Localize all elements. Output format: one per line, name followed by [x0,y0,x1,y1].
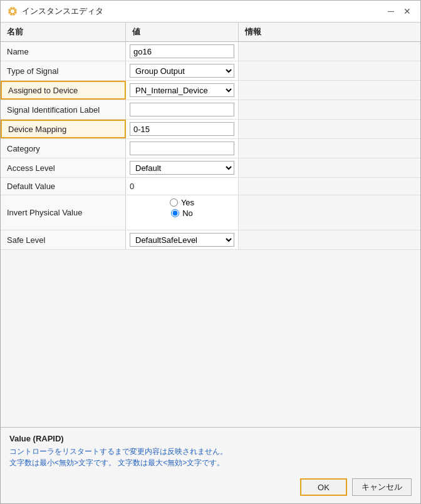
title-controls: ─ ✕ [384,4,414,18]
header-value: 値 [126,23,239,41]
value-assigned-to-device: PN_Internal_Device None [126,81,239,100]
info-assigned-to-device [239,81,420,100]
row-default-value: Default Value 0 [1,178,420,195]
row-assigned-to-device: Assigned to Device PN_Internal_Device No… [1,81,420,100]
table-body: Name Type of Signal Group Output Digital… [1,42,420,339]
content-area: 名前 値 情報 Name Type of Signal [1,23,420,503]
info-category [239,139,420,158]
row-device-mapping: Device Mapping [1,120,420,139]
header-name: 名前 [1,23,126,41]
bottom-text: コントローラをリスタートするまで変更内容は反映されません。 文字数は最小<無効>… [9,446,412,468]
title-bar-left: インスタンスエディタ [7,6,103,17]
bottom-line1: コントローラをリスタートするまで変更内容は反映されません。 [9,446,412,457]
row-invert-physical-value: Invert Physical Value Yes No [1,195,420,230]
type-of-signal-select[interactable]: Group Output Digital Input Digital Outpu… [130,64,234,78]
default-value-text: 0 [130,182,134,191]
value-safe-level: DefaultSafeLevel High Low [126,230,239,249]
label-safe-level: Safe Level [1,230,126,249]
label-access-level: Access Level [1,158,126,177]
row-safe-level: Safe Level DefaultSafeLevel High Low [1,230,420,250]
label-signal-identification-label: Signal Identification Label [1,100,126,119]
header-info: 情報 [239,23,420,41]
access-level-select[interactable]: Default ReadOnly None [130,161,234,175]
row-type-of-signal: Type of Signal Group Output Digital Inpu… [1,61,420,81]
table-header: 名前 値 情報 [1,23,420,42]
row-access-level: Access Level Default ReadOnly None [1,158,420,178]
name-input[interactable] [130,44,234,58]
label-name: Name [1,42,126,61]
radio-no[interactable]: No [171,208,193,218]
device-mapping-input[interactable] [130,122,234,136]
info-invert-physical-value [239,195,420,230]
value-category [126,139,239,158]
value-default-value: 0 [126,178,239,195]
radio-yes-label: Yes [181,198,194,207]
row-name: Name [1,42,420,61]
ok-button[interactable]: OK [300,478,347,496]
window-title: インスタンスエディタ [22,6,103,17]
info-default-value [239,178,420,195]
value-name [126,42,239,61]
info-type-of-signal [239,61,420,80]
row-category: Category [1,139,420,158]
label-invert-physical-value: Invert Physical Value [1,195,126,230]
assigned-to-device-select[interactable]: PN_Internal_Device None [130,83,234,97]
radio-yes[interactable]: Yes [170,198,194,207]
info-access-level [239,158,420,177]
cancel-button[interactable]: キャンセル [352,478,412,496]
safe-level-select[interactable]: DefaultSafeLevel High Low [130,233,234,247]
bottom-title: Value (RAPID) [9,434,412,443]
app-icon [7,6,18,17]
bottom-section: Value (RAPID) コントローラをリスタートするまで変更内容は反映されま… [1,427,420,473]
info-safe-level [239,230,420,249]
category-input[interactable] [130,141,234,155]
button-row: OK キャンセル [1,473,420,503]
value-device-mapping [126,120,239,138]
label-type-of-signal: Type of Signal [1,61,126,80]
info-device-mapping [239,120,420,138]
radio-yes-input[interactable] [170,198,178,207]
value-type-of-signal: Group Output Digital Input Digital Outpu… [126,61,239,80]
spacer [1,339,420,428]
label-assigned-to-device: Assigned to Device [1,81,126,100]
value-signal-identification-label [126,100,239,119]
value-access-level: Default ReadOnly None [126,158,239,177]
bottom-line2: 文字数は最小<無効>文字です。 文字数は最大<無効>文字です。 [9,457,412,468]
label-device-mapping: Device Mapping [1,120,126,138]
radio-no-input[interactable] [171,209,179,217]
value-invert-physical-value: Yes No [126,195,239,230]
instance-editor-window: インスタンスエディタ ─ ✕ 名前 値 情報 Name [0,0,421,504]
signal-identification-label-input[interactable] [130,103,234,116]
svg-point-1 [11,9,14,13]
minimize-button[interactable]: ─ [384,4,398,18]
row-signal-identification-label: Signal Identification Label [1,100,420,120]
label-default-value: Default Value [1,178,126,195]
close-button[interactable]: ✕ [400,4,414,18]
radio-no-label: No [182,208,193,218]
title-bar: インスタンスエディタ ─ ✕ [1,1,420,23]
label-category: Category [1,139,126,158]
info-name [239,42,420,61]
info-signal-identification-label [239,100,420,119]
